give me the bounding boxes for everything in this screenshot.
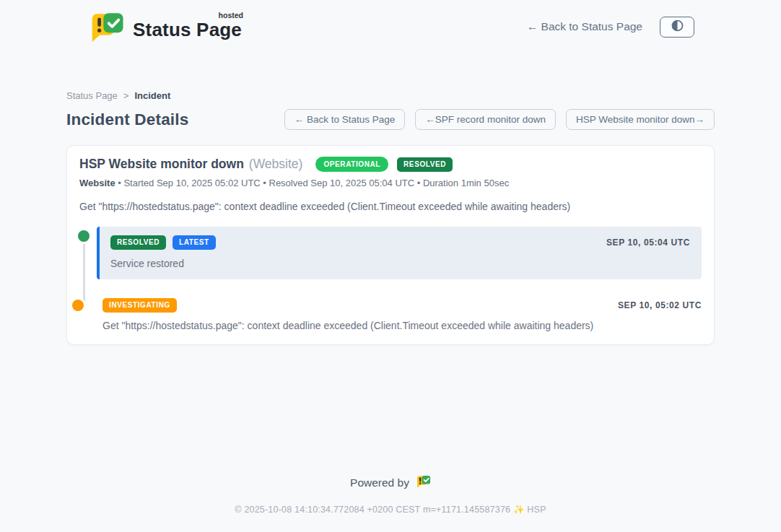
logo[interactable]: Status Page hosted [85, 10, 242, 43]
timeline-entry-resolved: RESOLVED LATEST SEP 10, 05:04 UTC Servic… [79, 227, 702, 279]
brand-superscript: hosted [219, 11, 243, 19]
timeline-timestamp: SEP 10, 05:04 UTC [606, 237, 690, 248]
incident-card: HSP Website monitor down (Website) OPERA… [66, 145, 715, 345]
timeline-badges: RESOLVED LATEST [110, 235, 216, 250]
incident-timeline: RESOLVED LATEST SEP 10, 05:04 UTC Servic… [79, 227, 702, 331]
incident-component: (Website) [249, 157, 303, 172]
timeline-dot-orange [72, 300, 84, 311]
incident-meta-details: • Started Sep 10, 2025 05:02 UTC • Resol… [115, 178, 510, 188]
footer: Powered by © 2025-10-08 14:10:34.772084 … [0, 474, 781, 532]
timeline-latest-badge: LATEST [173, 235, 216, 250]
timeline-message: Service restored [110, 258, 690, 269]
contrast-icon [671, 19, 684, 34]
prev-incident-button[interactable]: ←SPF record monitor down [415, 109, 556, 130]
brand-text: Status Page [133, 19, 242, 40]
timeline-badges: INVESTIGATING [102, 298, 177, 313]
timeline-entry-investigating: INVESTIGATING SEP 10, 05:02 UTC Get "htt… [97, 298, 702, 331]
brand-name: Status Page hosted [133, 13, 242, 41]
timeline-timestamp: SEP 10, 05:02 UTC [618, 300, 702, 310]
powered-by-label: Powered by [350, 476, 409, 489]
theme-toggle-button[interactable] [660, 17, 694, 38]
timeline-dot-green [78, 230, 90, 242]
incident-title: HSP Website monitor down [79, 157, 244, 172]
timeline-entry-header: INVESTIGATING SEP 10, 05:02 UTC [102, 298, 702, 313]
incident-description: Get "https://hostedstatus.page": context… [79, 201, 702, 212]
main-content: Status Page > Incident Incident Details … [66, 49, 715, 474]
operational-badge: OPERATIONAL [315, 157, 388, 172]
timeline-message: Get "https://hostedstatus.page": context… [102, 320, 702, 331]
incident-meta: Website • Started Sep 10, 2025 05:02 UTC… [79, 178, 702, 188]
page-title: Incident Details [66, 110, 189, 129]
powered-by-link[interactable]: Powered by [0, 474, 781, 492]
breadcrumb: Status Page > Incident [66, 90, 715, 101]
incident-meta-component: Website [79, 178, 115, 188]
header: Status Page hosted ← Back to Status Page [0, 0, 781, 49]
back-to-status-page-link[interactable]: ← Back to Status Page [527, 20, 642, 33]
breadcrumb-status-page[interactable]: Status Page [66, 90, 118, 101]
timeline-investigating-badge: INVESTIGATING [102, 298, 177, 313]
timeline-entry-box: RESOLVED LATEST SEP 10, 05:04 UTC Servic… [97, 227, 702, 279]
header-actions: ← Back to Status Page [527, 17, 694, 38]
title-row: Incident Details ← Back to Status Page ←… [66, 109, 715, 130]
next-incident-button[interactable]: HSP Website monitor down→ [566, 109, 715, 130]
status-page-logo-icon [85, 10, 126, 43]
incident-nav-buttons: ← Back to Status Page ←SPF record monito… [284, 109, 715, 130]
back-to-status-page-button[interactable]: ← Back to Status Page [284, 109, 406, 130]
timeline-entry-header: RESOLVED LATEST SEP 10, 05:04 UTC [110, 235, 690, 250]
timeline-resolved-badge: RESOLVED [110, 235, 166, 250]
status-page-mini-logo-icon [415, 474, 431, 492]
incident-title-row: HSP Website monitor down (Website) OPERA… [79, 157, 702, 172]
breadcrumb-separator: > [123, 90, 129, 101]
breadcrumb-incident: Incident [134, 90, 170, 101]
copyright-text: © 2025-10-08 14:10:34.772084 +0200 CEST … [0, 504, 781, 515]
resolved-badge: RESOLVED [397, 157, 453, 172]
